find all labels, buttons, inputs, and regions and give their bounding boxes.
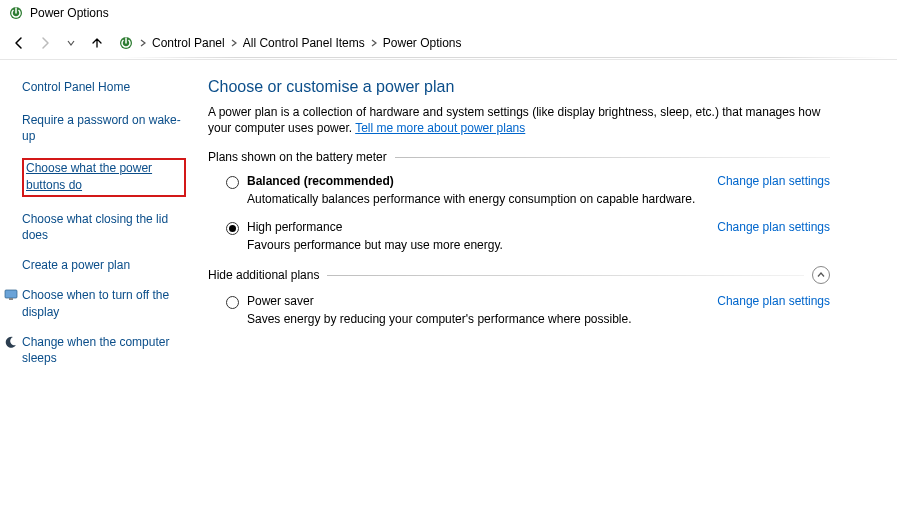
power-options-icon [8,5,24,21]
recent-dropdown-icon[interactable] [62,34,80,52]
control-panel-home-link[interactable]: Control Panel Home [22,80,186,94]
up-button[interactable] [88,34,106,52]
highlight-box: Choose what the power buttons do [22,158,186,196]
nav-divider [120,57,889,58]
svg-rect-2 [5,290,17,298]
svg-rect-3 [9,298,13,300]
plan-title[interactable]: Balanced (recommended) [247,174,394,189]
sidebar-item-closing-lid[interactable]: Choose what closing the lid does [22,212,168,242]
breadcrumb[interactable]: Control Panel All Control Panel Items Po… [114,33,887,53]
tell-me-more-link[interactable]: Tell me more about power plans [355,121,525,135]
plan-title[interactable]: Power saver [247,294,314,309]
radio-power-saver[interactable] [226,296,239,309]
sidebar-item-power-buttons[interactable]: Choose what the power buttons do [26,161,152,191]
breadcrumb-item[interactable]: All Control Panel Items [243,36,365,50]
sidebar-item-create-plan[interactable]: Create a power plan [22,258,130,272]
plan-subtitle: Favours performance but may use more ene… [226,238,503,252]
section-additional-plans: Hide additional plans [208,266,830,284]
plan-row-balanced: Balanced (recommended) Automatically bal… [208,174,830,206]
chevron-right-icon [138,39,148,47]
window-title: Power Options [30,6,109,20]
moon-icon [4,335,18,349]
section-shown-plans: Plans shown on the battery meter [208,150,830,164]
sidebar-item-turn-off-display[interactable]: Choose when to turn off the display [22,288,169,318]
collapse-button[interactable] [812,266,830,284]
change-plan-settings-link[interactable]: Change plan settings [717,220,830,234]
main-content: Choose or customise a power plan A power… [200,60,860,530]
section-label: Plans shown on the battery meter [208,150,387,164]
breadcrumb-item[interactable]: Control Panel [152,36,225,50]
display-icon [4,288,18,302]
breadcrumb-item[interactable]: Power Options [383,36,462,50]
plan-row-high-performance: High performance Favours performance but… [208,220,830,252]
sidebar-item-require-password[interactable]: Require a password on wake-up [22,113,181,143]
title-bar: Power Options [0,0,897,26]
change-plan-settings-link[interactable]: Change plan settings [717,174,830,188]
radio-high-performance[interactable] [226,222,239,235]
page-title: Choose or customise a power plan [208,78,830,96]
sidebar: Control Panel Home Require a password on… [0,60,200,530]
section-divider [395,157,830,158]
nav-bar: Control Panel All Control Panel Items Po… [0,26,897,60]
plan-subtitle: Saves energy by reducing your computer's… [226,312,632,326]
plan-row-power-saver: Power saver Saves energy by reducing you… [208,294,830,326]
power-options-icon [118,35,134,51]
chevron-right-icon [229,39,239,47]
page-description: A power plan is a collection of hardware… [208,104,830,136]
plan-subtitle: Automatically balances performance with … [226,192,695,206]
section-label: Hide additional plans [208,268,319,282]
plan-title[interactable]: High performance [247,220,342,235]
forward-button[interactable] [36,34,54,52]
chevron-right-icon [369,39,379,47]
section-divider [327,275,804,276]
back-button[interactable] [10,34,28,52]
sidebar-item-computer-sleeps[interactable]: Change when the computer sleeps [22,335,169,365]
change-plan-settings-link[interactable]: Change plan settings [717,294,830,308]
radio-balanced[interactable] [226,176,239,189]
